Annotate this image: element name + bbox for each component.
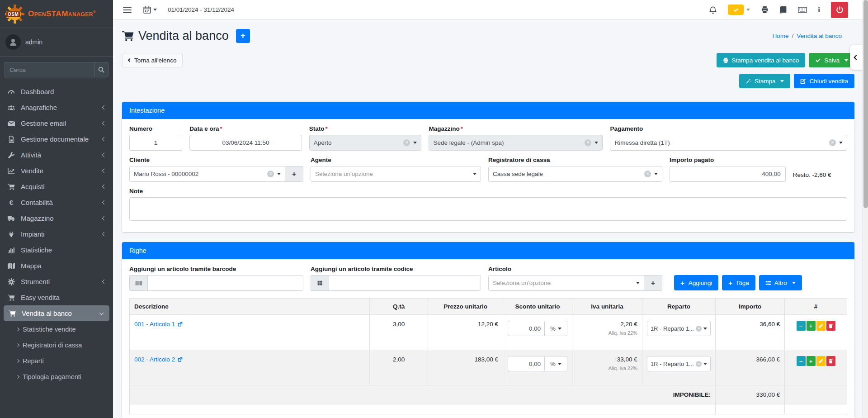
sidebar-item-contabilita[interactable]: €Contabilità bbox=[0, 195, 113, 210]
article-link[interactable]: 001 - Articolo 1 bbox=[134, 321, 183, 328]
sconto-input[interactable] bbox=[508, 321, 545, 336]
collapse-panel-button[interactable] bbox=[850, 45, 863, 70]
sidebar-item-magazzino[interactable]: Magazzino bbox=[0, 210, 113, 226]
iva-value: 2,20 € bbox=[577, 321, 637, 328]
shortcuts-keyboard-icon[interactable] bbox=[798, 7, 807, 13]
sidebar-item-strumenti[interactable]: Strumenti bbox=[0, 274, 113, 290]
period-calendar-button[interactable] bbox=[143, 6, 157, 14]
pagamento-select[interactable]: Rimessa diretta (1T) bbox=[610, 135, 847, 151]
date-range[interactable]: 01/01/2024 - 31/12/2024 bbox=[168, 6, 234, 13]
riga-button[interactable]: Riga bbox=[722, 275, 755, 290]
data-ora-input[interactable] bbox=[189, 135, 302, 151]
logout-power-button[interactable] bbox=[831, 2, 848, 18]
increase-qty-button[interactable] bbox=[807, 356, 816, 366]
search-input[interactable] bbox=[5, 62, 94, 77]
sidebar: OSM OpenSTAManager® admin Dashboard Anag… bbox=[0, 0, 113, 418]
sidebar-search bbox=[0, 57, 113, 82]
decrease-qty-button[interactable] bbox=[797, 356, 806, 366]
brand[interactable]: OSM OpenSTAManager® bbox=[0, 0, 113, 28]
sidebar-item-anagrafiche[interactable]: Anagrafiche bbox=[0, 100, 113, 115]
sidebar-item-impianti[interactable]: Impianti bbox=[0, 226, 113, 242]
articolo-select[interactable]: Seleziona un'opzione bbox=[488, 275, 644, 291]
chevron-left-icon bbox=[102, 216, 107, 221]
sconto-type-select[interactable]: % bbox=[545, 356, 567, 371]
delete-row-button[interactable] bbox=[826, 356, 835, 366]
codice-input[interactable] bbox=[329, 275, 481, 291]
new-record-button[interactable] bbox=[236, 29, 250, 43]
sconto-input[interactable] bbox=[508, 356, 545, 371]
agente-label: Agente bbox=[311, 157, 481, 163]
edit-row-button[interactable] bbox=[816, 321, 826, 331]
note-textarea[interactable] bbox=[129, 197, 847, 221]
clear-icon[interactable] bbox=[696, 326, 702, 332]
trash-icon bbox=[828, 359, 833, 364]
sidebar-subitem-tipologia-pagamenti[interactable]: Tipologia pagamenti bbox=[0, 369, 113, 385]
clear-icon[interactable] bbox=[829, 139, 836, 146]
page-scrollbar[interactable] bbox=[863, 0, 868, 418]
sidebar-subitem-statistiche-vendite[interactable]: Statistiche vendite bbox=[0, 321, 113, 337]
brand-name: OpenSTAManager® bbox=[28, 10, 96, 19]
article-link[interactable]: 002 - Articolo 2 bbox=[134, 356, 183, 363]
reparto-select[interactable]: 1R - Reparto 1... bbox=[647, 321, 711, 336]
sidebar-item-vendita-al-banco[interactable]: Vendita al banco bbox=[4, 305, 109, 321]
sidebar-item-statistiche[interactable]: Statistiche bbox=[0, 242, 113, 258]
sidebar-item-gestione-email[interactable]: Gestione email bbox=[0, 115, 113, 131]
magazzino-select[interactable]: Sede legale - (Admin spa) bbox=[429, 135, 603, 151]
barcode-label: Aggiungi un articolo tramite barcode bbox=[129, 266, 303, 272]
print-dropdown-button[interactable]: Stampa bbox=[739, 74, 791, 88]
sidebar-item-vendite[interactable]: Vendite bbox=[0, 163, 113, 179]
cliente-select[interactable]: Mario Rossi - 00000002 bbox=[129, 166, 285, 182]
numero-input[interactable] bbox=[129, 135, 182, 151]
edit-row-button[interactable] bbox=[816, 356, 826, 366]
file-icon bbox=[6, 136, 16, 143]
sidebar-item-gestione-documentale[interactable]: Gestione documentale bbox=[0, 131, 113, 147]
notifications-bell-icon[interactable] bbox=[709, 6, 717, 14]
sidebar-item-mappa[interactable]: Mappa bbox=[0, 258, 113, 274]
increase-qty-button[interactable] bbox=[807, 321, 816, 331]
sidebar-subitem-registratori-di-cassa[interactable]: Registratori di cassa bbox=[0, 337, 113, 353]
back-to-list-button[interactable]: Torna all'elenco bbox=[122, 53, 183, 67]
clear-icon[interactable] bbox=[403, 139, 410, 146]
sidebar-subitem-reparti[interactable]: Reparti bbox=[0, 353, 113, 369]
aggiungi-button[interactable]: Aggiungi bbox=[674, 275, 718, 290]
clear-icon[interactable] bbox=[644, 171, 651, 177]
docs-book-icon[interactable] bbox=[779, 6, 787, 14]
plug-icon bbox=[6, 231, 16, 238]
clear-icon[interactable] bbox=[267, 171, 274, 177]
agente-select[interactable]: Seleziona un'opzione bbox=[311, 166, 481, 182]
osm-badge: OSM bbox=[6, 11, 20, 18]
sidebar-item-dashboard[interactable]: Dashboard bbox=[0, 84, 113, 100]
search-button[interactable] bbox=[94, 62, 108, 77]
sconto-type-select[interactable]: % bbox=[545, 321, 567, 336]
stato-select[interactable]: Aperto bbox=[309, 135, 422, 151]
user-panel: admin bbox=[0, 28, 113, 57]
status-toggle[interactable] bbox=[728, 5, 750, 15]
table-row: 001 - Articolo 1 3,00 12,20 € % 2,20 €Al… bbox=[130, 315, 847, 350]
breadcrumb-current-link[interactable]: Vendita al banco bbox=[797, 33, 842, 39]
info-icon[interactable]: i bbox=[818, 5, 820, 14]
importo-pagato-input[interactable] bbox=[670, 166, 786, 182]
scrollbar-thumb[interactable] bbox=[863, 0, 868, 208]
sidebar-item-easy-vendita[interactable]: Easy vendita bbox=[0, 290, 113, 305]
barcode-input[interactable] bbox=[147, 275, 303, 291]
clear-icon[interactable] bbox=[585, 139, 591, 146]
print-icon bbox=[723, 57, 729, 63]
registratore-select[interactable]: Cassa sede legale bbox=[488, 166, 662, 182]
sidebar-item-attivita[interactable]: Attività bbox=[0, 147, 113, 163]
menu-toggle-icon[interactable] bbox=[123, 7, 132, 13]
print-sale-button[interactable]: Stampa vendita al banco bbox=[717, 53, 806, 67]
save-button[interactable]: Salva bbox=[809, 53, 854, 67]
delete-row-button[interactable] bbox=[826, 321, 835, 331]
check-toggle-icon[interactable] bbox=[728, 5, 744, 15]
add-cliente-button[interactable] bbox=[285, 166, 303, 182]
articolo-label: Articolo bbox=[488, 266, 662, 272]
add-articolo-button[interactable] bbox=[644, 275, 662, 291]
clear-icon[interactable] bbox=[696, 361, 702, 367]
close-sale-button[interactable]: Chiudi vendita bbox=[794, 74, 854, 88]
sidebar-item-acquisti[interactable]: Acquisti bbox=[0, 179, 113, 195]
print-icon[interactable] bbox=[761, 6, 769, 14]
decrease-qty-button[interactable] bbox=[797, 321, 806, 331]
reparto-select[interactable]: 1R - Reparto 1... bbox=[647, 356, 711, 371]
altro-button[interactable]: Altro bbox=[759, 275, 802, 290]
breadcrumb-home-link[interactable]: Home bbox=[772, 33, 788, 39]
